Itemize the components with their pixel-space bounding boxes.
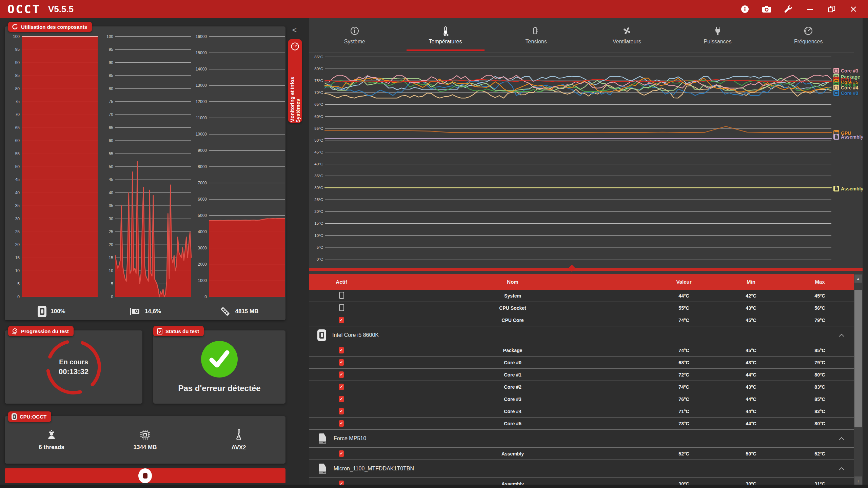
sensor-row: ✓ Core #4 71°C 44°C 82°C bbox=[309, 405, 854, 418]
sensor-min: 42°C bbox=[716, 293, 786, 299]
svg-text:35°C: 35°C bbox=[314, 174, 323, 178]
scroll-down-button[interactable]: ↓ bbox=[854, 476, 862, 485]
svg-text:75: 75 bbox=[109, 99, 114, 104]
sensor-min: 45°C bbox=[716, 348, 786, 353]
sensor-checkbox-checked[interactable]: ✓ bbox=[339, 450, 344, 457]
progress-panel: En cours 00:13:32 bbox=[5, 330, 142, 404]
sensor-min: 50°C bbox=[716, 451, 786, 456]
camera-icon[interactable] bbox=[761, 3, 772, 15]
sensor-checkbox-checked[interactable]: ✓ bbox=[339, 408, 344, 414]
sensor-name: Core #5 bbox=[374, 421, 652, 426]
tab-temperatures[interactable]: Températures bbox=[400, 18, 491, 52]
sensor-checkbox-unchecked[interactable] bbox=[339, 304, 344, 311]
collapse-chevron-icon[interactable] bbox=[839, 437, 844, 440]
scroll-up-button[interactable]: ▲ bbox=[854, 274, 862, 283]
progress-panel-badge[interactable]: Progression du test bbox=[8, 326, 74, 336]
info-icon bbox=[350, 26, 360, 36]
tab-label: Tensions bbox=[526, 39, 547, 45]
memory-usage-chart: 1600015000140001300012000110001000090008… bbox=[194, 32, 288, 303]
svg-text:3000: 3000 bbox=[198, 246, 207, 250]
svg-text:20: 20 bbox=[109, 242, 114, 247]
usage-charts: 1009590858075706560555045403530252015105… bbox=[7, 32, 288, 303]
occt-logo: OCCT bbox=[7, 2, 41, 16]
collapse-chevron-icon[interactable] bbox=[839, 467, 844, 470]
tab-label: Ventilateurs bbox=[613, 39, 641, 45]
svg-text:55: 55 bbox=[15, 151, 20, 156]
sensor-value: 44°C bbox=[652, 293, 716, 299]
svg-text:70°C: 70°C bbox=[314, 90, 323, 95]
svg-text:13000: 13000 bbox=[196, 83, 207, 88]
test-item-worker: 6 threads bbox=[5, 429, 98, 451]
device-group-row[interactable]: Micron_1100_MTFDDAK1T0TBN bbox=[309, 460, 854, 478]
sensor-name: Assembly bbox=[374, 451, 652, 456]
stop-test-button[interactable] bbox=[5, 468, 285, 483]
legend-item-assembly[interactable]: Assembly bbox=[833, 186, 863, 191]
info-icon[interactable] bbox=[739, 3, 751, 15]
fan-icon bbox=[622, 26, 632, 36]
scrollbar-thumb[interactable] bbox=[854, 290, 862, 427]
legend-item-core-3[interactable]: Core #3 bbox=[833, 68, 858, 74]
sensor-checkbox-checked[interactable]: ✓ bbox=[339, 359, 344, 366]
app-version: V5.5.5 bbox=[48, 4, 74, 15]
column-header-min[interactable]: Min bbox=[716, 279, 786, 285]
sensor-name: System bbox=[374, 293, 652, 299]
collapse-panel-chevron[interactable]: < bbox=[292, 26, 297, 35]
svg-text:30: 30 bbox=[109, 217, 114, 221]
sensor-checkbox-checked[interactable]: ✓ bbox=[339, 384, 344, 390]
status-panel-badge[interactable]: Status du test bbox=[153, 326, 204, 336]
usage-panel-badge[interactable]: Utilisation des composants bbox=[8, 22, 92, 32]
svg-text:15: 15 bbox=[109, 256, 114, 260]
sensor-checkbox-checked[interactable]: ✓ bbox=[339, 371, 344, 378]
column-header-valeur[interactable]: Valeur bbox=[652, 279, 716, 285]
sensor-max: 52°C bbox=[786, 451, 854, 456]
gauge-icon bbox=[291, 42, 299, 51]
sensor-max: 82°C bbox=[786, 409, 854, 414]
vertical-scrollbar[interactable]: ▲ ↓ bbox=[854, 274, 863, 485]
column-header-max[interactable]: Max bbox=[786, 279, 854, 285]
metric-ram: 4815 MB bbox=[192, 305, 285, 318]
tab-tensions[interactable]: Tensions bbox=[491, 18, 581, 52]
svg-text:15: 15 bbox=[15, 256, 20, 260]
legend-item-core-0[interactable]: Core #0 bbox=[833, 90, 858, 96]
monitoring-tab[interactable]: Monitoring et Infos Systèmes bbox=[288, 39, 302, 123]
sensor-value: 74°C bbox=[652, 384, 716, 390]
monitoring-tab-label: Monitoring et Infos Systèmes bbox=[289, 53, 301, 123]
column-header-nom[interactable]: Nom bbox=[374, 279, 652, 285]
sensor-checkbox-checked[interactable]: ✓ bbox=[339, 420, 344, 427]
tab-ventilateurs[interactable]: Ventilateurs bbox=[581, 18, 672, 52]
collapse-chevron-icon[interactable] bbox=[839, 334, 844, 337]
column-header-actif[interactable]: Actif bbox=[309, 279, 374, 285]
legend-item-core-4[interactable]: Core #4 bbox=[833, 85, 858, 90]
test-panel-badge[interactable]: CPU:OCCT bbox=[8, 411, 51, 422]
sensor-max: 85°C bbox=[786, 396, 854, 402]
cpu-icon bbox=[12, 413, 17, 420]
legend-item-assembly[interactable]: Assembly bbox=[833, 134, 863, 140]
voltage-icon bbox=[531, 26, 541, 36]
sensor-checkbox-checked[interactable]: ✓ bbox=[339, 317, 344, 323]
svg-text:50: 50 bbox=[15, 164, 20, 169]
time-range-slider[interactable] bbox=[309, 268, 863, 271]
refresh-icon bbox=[12, 23, 18, 30]
device-group-row[interactable]: Force MP510 bbox=[309, 430, 854, 448]
svg-text:10: 10 bbox=[15, 268, 20, 273]
restore-icon[interactable] bbox=[826, 3, 837, 15]
tab-frequences[interactable]: Fréquences bbox=[763, 18, 854, 52]
flask-icon bbox=[234, 429, 244, 441]
sensor-checkbox-unchecked[interactable] bbox=[339, 292, 344, 299]
svg-text:1000: 1000 bbox=[198, 278, 207, 283]
sensor-checkbox-checked[interactable]: ✓ bbox=[339, 347, 344, 353]
svg-text:80: 80 bbox=[109, 86, 114, 91]
wrench-icon[interactable] bbox=[783, 3, 794, 15]
close-icon[interactable] bbox=[848, 3, 859, 15]
sensor-value: 52°C bbox=[652, 451, 716, 456]
svg-text:12000: 12000 bbox=[196, 99, 207, 104]
tab-puissances[interactable]: Puissances bbox=[672, 18, 763, 52]
sensor-max: 85°C bbox=[786, 348, 854, 353]
tab-systeme[interactable]: Système bbox=[309, 18, 400, 52]
legend-label: Assembly bbox=[841, 134, 863, 140]
sensor-checkbox-checked[interactable]: ✓ bbox=[339, 396, 344, 402]
progress-panel-title: Progression du test bbox=[21, 328, 69, 334]
device-group-row[interactable]: Intel Core i5 8600K bbox=[309, 326, 854, 344]
minimize-icon[interactable] bbox=[804, 3, 816, 15]
svg-text:0: 0 bbox=[17, 294, 20, 299]
